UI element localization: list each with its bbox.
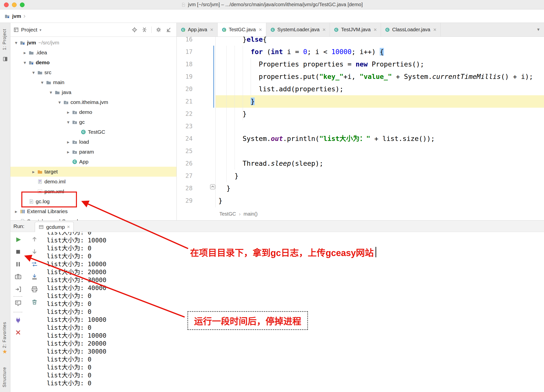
soft-wrap-icon[interactable] [31,261,38,268]
package-icon [72,119,77,125]
fold-marker-icon[interactable] [209,184,216,191]
editor-tab-app-java[interactable]: CApp.java× [177,23,218,36]
editor-tab-testjvm-java[interactable]: CTestJVM.java× [330,23,381,36]
breadcrumb-class[interactable]: TestGC [219,211,236,217]
tree-item-param[interactable]: ▸param [10,147,176,157]
tree-item-app[interactable]: CApp [10,157,176,167]
tree-item-scratches-and-consoles[interactable]: ▸Scratches and Consoles [10,216,176,220]
gear-icon[interactable] [156,27,162,33]
close-window-button[interactable] [4,2,9,7]
tree-item-src[interactable]: ▾src [10,67,176,77]
stop-icon[interactable] [14,248,22,256]
tree-collapsed-arrow-icon[interactable]: ▸ [13,219,19,221]
window-title: jvm [~/src/jvm] – .../demo/src/main/java… [188,2,363,7]
clear-icon[interactable] [31,298,38,305]
hide-icon[interactable] [166,27,171,33]
code-line-25 [218,145,533,157]
tree-item-demo[interactable]: ▸demo [10,107,176,117]
tree-item-main[interactable]: ▾main [10,77,176,87]
code-editor[interactable]: 1617181920212223242526272829 }else{ for … [177,37,544,207]
tree-item-idea[interactable]: ▸.idea [10,48,176,58]
close-tab-icon[interactable]: × [323,27,326,33]
tree-collapsed-arrow-icon[interactable]: ▸ [65,109,71,115]
code-line-23 [218,120,533,132]
down-arrow-icon[interactable] [31,248,38,256]
tree-item-pom-xml[interactable]: mpom.xml [10,187,176,196]
tree-item-jvm[interactable]: ▾jvm~/src/jvm [10,38,176,48]
tree-collapsed-arrow-icon[interactable]: ▸ [22,50,28,56]
run-tab-gcdump[interactable]: gcdump × [35,222,73,232]
stripe-project-button[interactable]: 1: Project [2,29,7,50]
close-icon[interactable] [14,329,22,336]
tree-item-label: App [79,159,88,165]
tree-expanded-arrow-icon[interactable]: ▾ [48,90,54,95]
breadcrumb-project[interactable]: jvm [12,13,21,19]
class-run-icon: C [222,27,227,32]
line-number: 17 [177,46,193,58]
run-panel-header: Run: gcdump × [10,221,544,232]
breadcrumb-method[interactable]: main() [243,211,258,217]
tree-collapsed-arrow-icon[interactable]: ▸ [30,169,37,175]
project-view-dropdown-icon[interactable]: ▾ [39,28,41,32]
tree-item-label: TestGC [88,129,105,135]
close-tab-icon[interactable]: × [210,27,213,33]
locate-icon[interactable] [132,27,137,33]
file-log-icon [29,199,34,204]
tree-item-demo-iml[interactable]: demo.iml [10,177,176,187]
close-tab-icon[interactable]: × [67,224,70,230]
tree-item-demo[interactable]: ▾demo [10,58,176,67]
console-line: list大小为: 10000 [47,332,544,340]
close-tab-icon[interactable]: × [259,27,262,33]
minimize-window-button[interactable] [12,2,17,7]
tree-expanded-arrow-icon[interactable]: ▾ [13,40,19,46]
print-icon[interactable] [31,286,38,293]
run-tab-label: gcdump [46,224,65,230]
tree-item-gc-log[interactable]: gc.log [10,196,176,206]
tree-expanded-arrow-icon[interactable]: ▾ [39,80,45,85]
camera-icon[interactable] [14,273,22,280]
editor-tab-systemloader-java[interactable]: CSystemLoader.java× [266,23,330,36]
tree-collapsed-arrow-icon[interactable]: ▸ [65,149,71,155]
tree-item-load[interactable]: ▸load [10,137,176,147]
tree-item-path-suffix: ~/src/jvm [38,40,59,46]
folder-module-icon [29,60,34,65]
tree-expanded-arrow-icon[interactable]: ▾ [22,60,28,65]
pause-icon[interactable] [14,261,22,268]
tree-expanded-arrow-icon[interactable]: ▾ [30,70,37,75]
folder-icon [46,80,51,85]
tree-expanded-arrow-icon[interactable]: ▾ [65,119,71,125]
favorites-star-icon[interactable]: ★ [2,348,7,355]
console-line: list大小为: 0 [47,379,544,387]
play-icon[interactable] [14,236,22,243]
up-arrow-icon[interactable] [31,235,38,243]
annotation-text: 在项目目录下，拿到gc日志，上传gceasy网站 [190,246,374,259]
code-line-17: for (int i = 0; i < 10000; i++) { [218,46,533,58]
step-into-icon[interactable] [14,286,22,293]
project-panel-title[interactable]: Project [21,27,37,33]
package-icon [72,149,77,155]
monitor-icon[interactable] [14,299,22,307]
tree-item-target[interactable]: ▸target [10,167,176,177]
tree-item-label: load [79,139,89,145]
tree-item-external-libraries[interactable]: ▸External Libraries [10,206,176,216]
stripe-structure-button[interactable]: Structure [2,367,7,387]
plugin-icon[interactable] [14,317,22,324]
console-tab-icon [38,224,44,230]
editor-tab-classloader-java[interactable]: CClassLoader.java× [381,23,441,36]
stripe-favorites-button[interactable]: 2: Favorites [2,322,7,348]
scroll-end-icon[interactable] [31,273,38,280]
collapse-all-icon[interactable] [141,27,147,33]
tree-item-com-itheima-jvm[interactable]: ▾com.itheima.jvm [10,97,176,107]
tree-item-gc[interactable]: ▾gc [10,117,176,127]
tree-expanded-arrow-icon[interactable]: ▾ [56,99,63,105]
tree-item-testgc[interactable]: CTestGC [10,127,176,137]
zoom-window-button[interactable] [20,2,25,7]
tree-item-java[interactable]: ▾java [10,87,176,97]
close-tab-icon[interactable]: × [374,27,377,33]
project-tool-window-icon[interactable] [2,56,8,62]
close-tab-icon[interactable]: × [433,27,437,33]
editor-tab-testgc-java[interactable]: CTestGC.java× [218,23,266,36]
tree-collapsed-arrow-icon[interactable]: ▸ [65,139,71,145]
hidden-tabs-dropdown-icon[interactable]: ▾ [537,27,540,32]
tree-collapsed-arrow-icon[interactable]: ▸ [13,209,19,214]
